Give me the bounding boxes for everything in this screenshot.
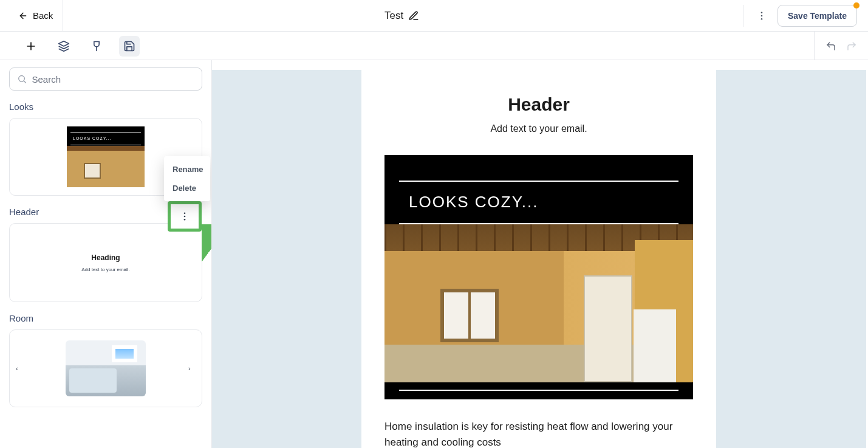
redo-button[interactable] [842, 37, 861, 55]
svg-point-11 [184, 219, 186, 221]
add-block-button[interactable] [21, 36, 41, 57]
saved-section-room[interactable]: ‹ › [9, 329, 202, 407]
email-hero[interactable]: LOOKS COZY... [384, 155, 693, 399]
save-template-label: Save Template [788, 11, 847, 21]
thumb-header-text: Add text to your email. [81, 267, 130, 272]
svg-marker-6 [59, 41, 69, 46]
section-context-menu: Rename Delete [164, 156, 210, 201]
undo-redo [814, 32, 861, 60]
paint-icon [91, 40, 103, 52]
section-title-looks: Looks [9, 102, 202, 112]
doc-title: Test [384, 10, 403, 22]
layers-button[interactable] [53, 36, 74, 57]
hero-caption: LOOKS COZY... [409, 193, 538, 212]
page-more-button[interactable] [751, 5, 773, 27]
saved-section-header[interactable]: Heading Add text to your email. [9, 223, 202, 302]
svg-point-7 [19, 76, 25, 82]
thumb-header-heading: Heading [91, 253, 120, 262]
menu-delete[interactable]: Delete [164, 179, 210, 198]
more-vertical-icon [179, 211, 190, 222]
carousel-next-icon[interactable]: › [188, 365, 196, 372]
edit-icon[interactable] [408, 10, 419, 21]
search-icon [17, 74, 27, 84]
back-button[interactable]: Back [0, 0, 63, 31]
doc-title-wrap: Test [384, 10, 419, 22]
thumb-looks: LOOKS COZY... [67, 126, 145, 187]
left-tools [0, 32, 212, 60]
styles-button[interactable] [86, 36, 107, 57]
back-label: Back [33, 10, 53, 21]
unsaved-indicator-icon [853, 2, 859, 9]
more-vertical-icon [756, 10, 767, 21]
arrow-left-icon [18, 11, 28, 21]
svg-point-9 [184, 212, 186, 214]
svg-line-8 [24, 81, 26, 83]
undo-icon [825, 41, 836, 52]
menu-rename[interactable]: Rename [164, 160, 210, 179]
svg-point-1 [761, 12, 763, 13]
email-body[interactable]: Home insulation is key for resisting hea… [384, 419, 693, 448]
redo-icon [846, 41, 857, 52]
plus-icon [25, 40, 37, 52]
layers-icon [58, 40, 70, 52]
main: Looks LOOKS COZY... Rename Delete Header [0, 60, 868, 448]
email-header[interactable]: Header [384, 94, 693, 115]
thumb-room [66, 340, 146, 396]
svg-point-3 [761, 18, 763, 19]
thumb-looks-caption: LOOKS COZY... [73, 136, 111, 140]
section-title-room: Room [9, 313, 202, 323]
carousel-prev-icon[interactable]: ‹ [16, 365, 23, 372]
save-template-button[interactable]: Save Template [777, 5, 857, 27]
email-subline[interactable]: Add text to your email. [384, 123, 693, 134]
svg-point-2 [761, 15, 763, 16]
svg-point-10 [184, 216, 186, 218]
search-input[interactable] [32, 74, 194, 84]
save-icon [123, 40, 135, 52]
saved-sections-button[interactable] [119, 36, 140, 57]
search-field-wrap[interactable] [9, 67, 202, 91]
undo-button[interactable] [822, 37, 840, 55]
sidebar: Looks LOOKS COZY... Rename Delete Header [0, 60, 212, 448]
top-bar: Back Test Save Template [0, 0, 868, 32]
email-page[interactable]: Header Add text to your email. LOOKS COZ… [361, 70, 716, 448]
separator [743, 5, 743, 27]
annotation-arrow-icon [202, 224, 212, 273]
tool-row [0, 32, 868, 60]
canvas: Header Add text to your email. LOOKS COZ… [212, 60, 868, 448]
section-more-button[interactable] [168, 201, 202, 232]
top-right: Save Template [740, 5, 857, 27]
